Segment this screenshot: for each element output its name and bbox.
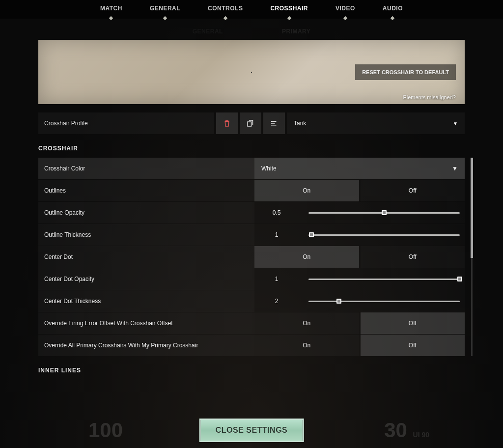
list-icon: [270, 119, 279, 128]
row-center-dot: Center Dot On Off: [38, 246, 465, 268]
label-outline-opacity: Outline Opacity: [38, 202, 254, 224]
profile-row: Crosshair Profile Tarik ▼: [38, 112, 465, 134]
scrollbar-thumb[interactable]: [471, 158, 473, 258]
section-title-crosshair: CROSSHAIR: [38, 145, 465, 152]
chevron-down-icon: ▼: [452, 165, 458, 172]
row-outline-opacity: Outline Opacity 0.5: [38, 202, 465, 224]
row-outline-thickness: Outline Thickness 1: [38, 224, 465, 246]
label-outline-thickness: Outline Thickness: [38, 224, 254, 246]
section-title-inner-lines: INNER LINES: [38, 367, 465, 374]
hud-health: 100: [88, 419, 123, 442]
profile-label: Crosshair Profile: [38, 112, 214, 134]
label-outlines: Outlines: [38, 180, 254, 201]
label-override-firing: Override Firing Error Offset With Crossh…: [38, 312, 254, 334]
profile-selected-value: Tarik: [294, 120, 306, 127]
label-override-primary: Override All Primary Crosshairs With My …: [38, 335, 254, 356]
override-firing-on[interactable]: On: [254, 312, 359, 334]
tab-controls[interactable]: CONTROLS: [208, 5, 243, 19]
label-center-dot: Center Dot: [38, 246, 254, 268]
label-center-dot-opacity: Center Dot Opacity: [38, 268, 254, 290]
row-center-dot-thickness: Center Dot Thickness 2: [38, 290, 465, 312]
outlines-off[interactable]: Off: [361, 180, 465, 201]
label-crosshair-color: Crosshair Color: [38, 158, 254, 179]
outline-opacity-slider[interactable]: 0.5: [254, 202, 465, 224]
crosshair-color-value: White: [261, 165, 277, 172]
label-center-dot-thickness: Center Dot Thickness: [38, 290, 254, 312]
outline-opacity-value: 0.5: [254, 209, 299, 216]
profile-dropdown[interactable]: Tarik ▼: [287, 112, 465, 134]
row-center-dot-opacity: Center Dot Opacity 1: [38, 268, 465, 290]
settings-panel: RESET CROSSHAIR TO DEFAULT Elements misa…: [38, 40, 465, 374]
crosshair-color-dropdown[interactable]: White ▼: [254, 158, 465, 179]
tab-audio[interactable]: AUDIO: [383, 5, 403, 19]
tab-match[interactable]: MATCH: [100, 5, 122, 19]
outline-thickness-value: 1: [254, 231, 299, 238]
row-outlines: Outlines On Off: [38, 180, 465, 201]
center-dot-thickness-slider[interactable]: 2: [254, 290, 465, 312]
import-profile-button[interactable]: [263, 112, 285, 134]
close-settings-button[interactable]: CLOSE SETTINGS: [199, 419, 304, 442]
center-dot-off[interactable]: Off: [361, 246, 465, 268]
override-firing-off[interactable]: Off: [361, 312, 465, 334]
copy-icon: [246, 119, 255, 128]
tab-video[interactable]: VIDEO: [335, 5, 355, 19]
center-dot-toggle: On Off: [254, 246, 465, 268]
override-primary-toggle: On Off: [254, 335, 465, 356]
override-primary-off[interactable]: Off: [361, 335, 465, 356]
misaligned-link[interactable]: Elements misaligned?: [403, 94, 456, 100]
center-dot-opacity-slider[interactable]: 1: [254, 268, 465, 290]
override-primary-on[interactable]: On: [254, 335, 359, 356]
outlines-on[interactable]: On: [254, 180, 359, 201]
reset-crosshair-button[interactable]: RESET CROSSHAIR TO DEFAULT: [355, 64, 456, 80]
delete-profile-button[interactable]: [216, 112, 238, 134]
trash-icon: [223, 119, 231, 128]
chevron-down-icon: ▼: [453, 121, 458, 126]
tab-crosshair[interactable]: CROSSHAIR: [270, 5, 308, 19]
crosshair-dot-icon: [251, 72, 252, 73]
center-dot-opacity-value: 1: [254, 276, 299, 282]
row-crosshair-color: Crosshair Color White ▼: [38, 158, 465, 179]
main-tabs: MATCH GENERAL CONTROLS CROSSHAIR VIDEO A…: [0, 0, 503, 19]
crosshair-preview: RESET CROSSHAIR TO DEFAULT Elements misa…: [38, 40, 465, 104]
crosshair-settings-list: Crosshair Color White ▼ Outlines On Off …: [38, 158, 465, 356]
row-override-firing: Override Firing Error Offset With Crossh…: [38, 312, 465, 334]
center-dot-on[interactable]: On: [254, 246, 359, 268]
tab-general[interactable]: GENERAL: [150, 5, 180, 19]
override-firing-toggle: On Off: [254, 312, 465, 334]
center-dot-thickness-value: 2: [254, 298, 299, 305]
outline-thickness-slider[interactable]: 1: [254, 224, 465, 246]
row-override-primary: Override All Primary Crosshairs With My …: [38, 335, 465, 356]
copy-profile-button[interactable]: [240, 112, 261, 134]
outlines-toggle: On Off: [254, 180, 465, 201]
hud-ammo: 30 UI 90: [384, 419, 429, 442]
